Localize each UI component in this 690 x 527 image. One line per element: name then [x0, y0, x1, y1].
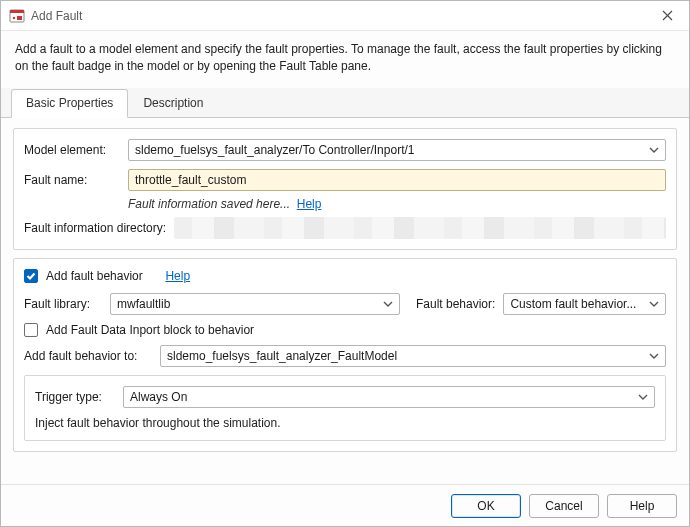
add-behavior-to-label: Add fault behavior to: — [24, 349, 152, 363]
svg-point-2 — [13, 16, 15, 18]
chevron-down-icon — [649, 351, 659, 361]
model-element-dropdown[interactable]: sldemo_fuelsys_fault_analyzer/To Control… — [128, 139, 666, 161]
fault-name-input[interactable]: throttle_fault_custom — [128, 169, 666, 191]
add-inport-label: Add Fault Data Inport block to behavior — [46, 323, 254, 337]
tab-strip: Basic Properties Description — [1, 88, 689, 118]
chevron-down-icon — [649, 145, 659, 155]
dialog-button-bar: OK Cancel Help — [1, 484, 689, 526]
fault-info-saved-text: Fault information saved here... — [128, 197, 290, 211]
cancel-button[interactable]: Cancel — [529, 494, 599, 518]
trigger-type-value: Always On — [130, 390, 634, 404]
chevron-down-icon — [383, 299, 393, 309]
fault-info-dir-value — [174, 217, 666, 239]
fault-library-label: Fault library: — [24, 297, 102, 311]
add-fault-behavior-label: Add fault behavior — [46, 269, 143, 283]
fault-name-value: throttle_fault_custom — [135, 173, 659, 187]
fault-library-dropdown[interactable]: mwfaultlib — [110, 293, 400, 315]
fault-behavior-value: Custom fault behavior... — [510, 297, 645, 311]
add-behavior-to-dropdown[interactable]: sldemo_fuelsys_fault_analyzer_FaultModel — [160, 345, 666, 367]
chevron-down-icon — [638, 392, 648, 402]
trigger-type-dropdown[interactable]: Always On — [123, 386, 655, 408]
tab-description[interactable]: Description — [128, 89, 218, 118]
fault-info-saved-line: Fault information saved here... Help — [128, 197, 666, 211]
fault-info-help-link[interactable]: Help — [297, 197, 322, 211]
app-icon — [9, 8, 25, 24]
trigger-description: Inject fault behavior throughout the sim… — [35, 416, 655, 430]
model-element-label: Model element: — [24, 143, 120, 157]
tab-content: Model element: sldemo_fuelsys_fault_anal… — [1, 118, 689, 484]
trigger-subgroup: Trigger type: Always On Inject fault beh… — [24, 375, 666, 441]
tab-label: Description — [143, 96, 203, 110]
help-button[interactable]: Help — [607, 494, 677, 518]
ok-button[interactable]: OK — [451, 494, 521, 518]
add-fault-behavior-help-link[interactable]: Help — [165, 269, 190, 283]
fault-behavior-dropdown[interactable]: Custom fault behavior... — [503, 293, 666, 315]
fault-identity-group: Model element: sldemo_fuelsys_fault_anal… — [13, 128, 677, 250]
add-behavior-to-value: sldemo_fuelsys_fault_analyzer_FaultModel — [167, 349, 645, 363]
fault-behavior-label: Fault behavior: — [416, 297, 495, 311]
add-fault-behavior-checkbox[interactable] — [24, 269, 38, 283]
tab-label: Basic Properties — [26, 96, 113, 110]
chevron-down-icon — [649, 299, 659, 309]
add-inport-checkbox[interactable] — [24, 323, 38, 337]
model-element-value: sldemo_fuelsys_fault_analyzer/To Control… — [135, 143, 645, 157]
button-label: Help — [630, 499, 655, 513]
button-label: OK — [477, 499, 494, 513]
svg-rect-1 — [10, 10, 24, 13]
window-title: Add Fault — [31, 9, 82, 23]
title-bar: Add Fault — [1, 1, 689, 31]
fault-info-dir-label: Fault information directory: — [24, 221, 166, 235]
fault-behavior-group: Add fault behavior Help Fault library: m… — [13, 258, 677, 452]
fault-library-value: mwfaultlib — [117, 297, 379, 311]
tab-basic-properties[interactable]: Basic Properties — [11, 89, 128, 118]
trigger-type-label: Trigger type: — [35, 390, 115, 404]
intro-text: Add a fault to a model element and speci… — [1, 31, 689, 88]
close-button[interactable] — [645, 1, 689, 31]
fault-name-label: Fault name: — [24, 173, 120, 187]
svg-rect-3 — [17, 16, 22, 20]
button-label: Cancel — [545, 499, 582, 513]
